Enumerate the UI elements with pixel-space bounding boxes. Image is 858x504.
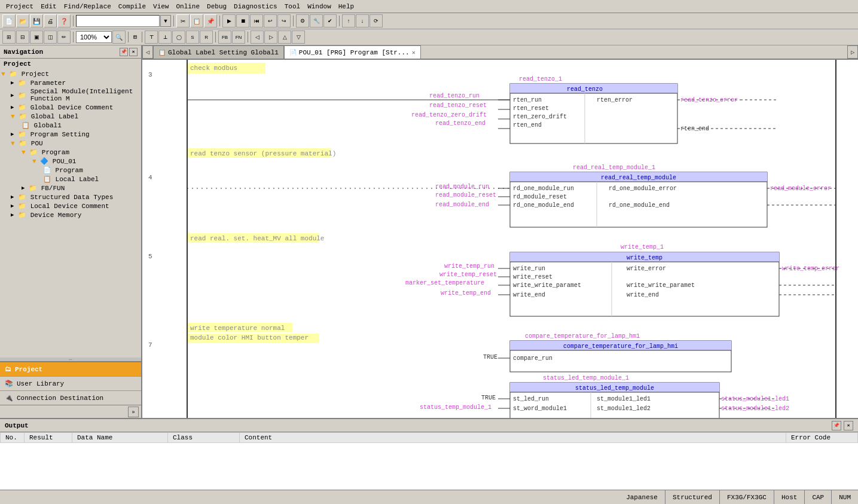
tab-scroll-left[interactable]: ◁ bbox=[142, 45, 153, 59]
tb-btn-5[interactable]: ⏮ bbox=[250, 14, 263, 28]
editor-area[interactable]: 3 check modbus read_tenzo_1 read_tenzo r… bbox=[142, 60, 858, 418]
tree-structured-data-types[interactable]: ▶ 📁 Structured Data Types bbox=[0, 193, 141, 201]
tb-compile[interactable]: ⚙ bbox=[296, 14, 309, 28]
menu-diagnostics[interactable]: Diagnostics bbox=[230, 2, 281, 11]
menu-view[interactable]: View bbox=[149, 2, 172, 11]
tb2-btn1[interactable]: ⊞ bbox=[2, 30, 16, 44]
output-close[interactable]: × bbox=[844, 421, 853, 430]
menu-bar: Project Edit Find/Replace Compile View O… bbox=[0, 0, 858, 13]
nav-tab-project[interactable]: 🗂 Project bbox=[0, 362, 141, 377]
tb2-btn5[interactable]: ✏ bbox=[57, 30, 71, 44]
tb2-nav-down[interactable]: ▽ bbox=[292, 30, 305, 44]
tree-global-label[interactable]: ▼ 📁 Global Label bbox=[0, 112, 141, 121]
tb2-fb[interactable]: FB bbox=[218, 30, 231, 44]
tb-online-1[interactable]: ↑ bbox=[342, 14, 355, 28]
svg-text:write_write_paramet: write_write_paramet bbox=[513, 282, 581, 289]
menu-help[interactable]: Help bbox=[335, 2, 358, 11]
tree-special-module[interactable]: ▶ 📁 Special Module(Intelligent Function … bbox=[0, 87, 141, 103]
tb2-btn2[interactable]: ⊟ bbox=[16, 30, 29, 44]
tree-program[interactable]: ▼ 📁 Program bbox=[0, 148, 141, 157]
svg-text:write_temp_reset: write_temp_reset bbox=[439, 271, 497, 278]
tree-program-leaf[interactable]: 📄 Program bbox=[0, 166, 141, 175]
menu-edit[interactable]: Edit bbox=[37, 2, 60, 11]
tb-build[interactable]: 🔧 bbox=[310, 14, 323, 28]
tb2-set[interactable]: S bbox=[186, 30, 199, 44]
output-pin[interactable]: 📌 bbox=[832, 421, 841, 430]
col-error-code: Error Code bbox=[786, 433, 858, 443]
tb-cut[interactable]: ✂ bbox=[176, 14, 190, 28]
tb-help[interactable]: ❓ bbox=[57, 14, 71, 28]
tree-root[interactable]: ▼ 📁 Project bbox=[0, 69, 141, 78]
menu-online[interactable]: Online bbox=[172, 2, 203, 11]
tree-device-memory[interactable]: ▶ 📁 Device Memory bbox=[0, 210, 141, 219]
tb2-reset[interactable]: R bbox=[200, 30, 213, 44]
tb-btn-6[interactable]: ↩ bbox=[264, 14, 277, 28]
tb-open[interactable]: 📂 bbox=[16, 14, 29, 28]
tb2-fun[interactable]: FN bbox=[232, 30, 245, 44]
svg-text:rten_reset: rten_reset bbox=[513, 105, 549, 112]
tb-copy[interactable]: 📋 bbox=[190, 14, 203, 28]
tb-dropdown-1[interactable]: ▼ bbox=[160, 15, 171, 27]
tb-new[interactable]: 📄 bbox=[2, 14, 16, 28]
tree-parameter[interactable]: ▶ 📁 Parameter bbox=[0, 78, 141, 87]
tb-input-1[interactable] bbox=[76, 15, 160, 27]
nav-pin[interactable]: 📌 bbox=[120, 48, 128, 56]
tb2-contact-nc[interactable]: ⊥ bbox=[158, 30, 172, 44]
svg-text:write_write_paramet: write_write_paramet bbox=[627, 282, 695, 289]
tb-save[interactable]: 💾 bbox=[30, 14, 43, 28]
tb-btn-4[interactable]: ⏹ bbox=[236, 14, 249, 28]
svg-text:read_tenzo_end: read_tenzo_end bbox=[435, 120, 486, 127]
svg-text:read_real_temp_module: read_real_temp_module bbox=[601, 175, 676, 181]
svg-text:read_tenzo_1: read_tenzo_1 bbox=[519, 76, 562, 83]
tree-local-device-comment[interactable]: ▶ 📁 Local Device Comment bbox=[0, 201, 141, 210]
nav-expand-btn[interactable]: » bbox=[128, 407, 139, 417]
menu-find-replace[interactable]: Find/Replace bbox=[60, 2, 115, 11]
tab-scroll-right[interactable]: ▷ bbox=[847, 45, 858, 59]
tab-global-label[interactable]: 📋 Global Label Setting Global1 bbox=[153, 45, 284, 59]
tree-pou[interactable]: ▼ 📁 POU bbox=[0, 139, 141, 148]
tb2-contact-no[interactable]: ⊤ bbox=[145, 30, 158, 44]
tb2-btn4[interactable]: ◫ bbox=[44, 30, 57, 44]
tb-print[interactable]: 🖨 bbox=[44, 14, 57, 28]
nav-close[interactable]: × bbox=[129, 48, 138, 56]
tb2-coil[interactable]: ◯ bbox=[172, 30, 185, 44]
svg-text:rten_end: rten_end bbox=[513, 122, 542, 129]
output-table-container[interactable]: No. Result Data Name Class Content Error… bbox=[0, 432, 858, 490]
main-layout: Navigation 📌 × Project ▼ 📁 Project ▶ 📁 P… bbox=[0, 45, 858, 418]
tb2-zoom-btn[interactable]: 🔍 bbox=[112, 30, 126, 44]
tree-local-label[interactable]: 📋 Local Label bbox=[0, 175, 141, 184]
tb2-btn3[interactable]: ▣ bbox=[30, 30, 43, 44]
tb-btn-3[interactable]: ▶ bbox=[222, 14, 236, 28]
tree-pou01[interactable]: ▼ 🔷 POU_01 bbox=[0, 157, 141, 166]
tb-online-2[interactable]: ↓ bbox=[356, 14, 369, 28]
menu-project[interactable]: Project bbox=[2, 2, 37, 11]
tree-global-device-comment[interactable]: ▶ 📁 Global Device Comment bbox=[0, 103, 141, 112]
svg-text:write_run: write_run bbox=[513, 265, 545, 272]
tree-fb-fun[interactable]: ▶ 📁 FB/FUN bbox=[0, 184, 141, 193]
tab2-close[interactable]: ✕ bbox=[412, 49, 416, 56]
svg-text:7: 7 bbox=[148, 341, 152, 349]
svg-text:5: 5 bbox=[148, 253, 152, 260]
menu-debug[interactable]: Debug bbox=[203, 2, 230, 11]
nav-tab-connection-destination[interactable]: 🔌 Connection Destination bbox=[0, 391, 141, 405]
tab1-label: Global Label Setting Global1 bbox=[168, 49, 279, 56]
tree-global1[interactable]: 📋 Global1 bbox=[0, 121, 141, 130]
tb2-nav-prev[interactable]: ◁ bbox=[251, 30, 264, 44]
tb-online-3[interactable]: ⟳ bbox=[370, 14, 383, 28]
tb2-nav-up[interactable]: △ bbox=[278, 30, 291, 44]
svg-text:read_module_run: read_module_run bbox=[435, 184, 489, 190]
tb2-zoom-select[interactable]: 100% 75% 50% bbox=[76, 31, 112, 43]
menu-compile[interactable]: Compile bbox=[115, 2, 149, 11]
tab-pou-program[interactable]: 📄 POU_01 [PRG] Program [Str... ✕ bbox=[284, 45, 421, 59]
menu-tool[interactable]: Tool bbox=[281, 2, 304, 11]
svg-text:status_temp_module_1: status_temp_module_1 bbox=[420, 404, 491, 411]
tree-program-setting[interactable]: ▶ 📁 Program Setting bbox=[0, 130, 141, 139]
tb-btn-7[interactable]: ↪ bbox=[277, 14, 291, 28]
menu-window[interactable]: Window bbox=[304, 2, 335, 11]
tb2-nav-next[interactable]: ▷ bbox=[264, 30, 277, 44]
status-num: NUM bbox=[832, 490, 858, 504]
tb-paste[interactable]: 📌 bbox=[204, 14, 217, 28]
nav-footer: 🗂 Project 📚 User Library 🔌 Connection De… bbox=[0, 361, 141, 405]
tb-check[interactable]: ✔ bbox=[323, 14, 337, 28]
nav-tab-user-library[interactable]: 📚 User Library bbox=[0, 377, 141, 391]
